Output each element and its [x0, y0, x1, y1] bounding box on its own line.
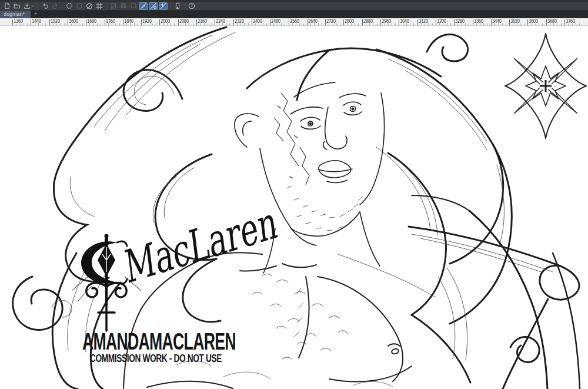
- ruler-minor-tick: [296, 24, 296, 25]
- ruler-label: 2320: [235, 19, 244, 24]
- ruler-label: 2400: [253, 19, 262, 24]
- snap-ruler-icon[interactable]: [139, 2, 148, 10]
- ruler-minor-tick: [465, 24, 466, 25]
- ruler-label: 1680: [87, 19, 96, 24]
- ruler-minor-tick: [56, 24, 57, 25]
- ruler-minor-tick: [263, 24, 263, 25]
- ruler-minor-tick: [469, 24, 469, 25]
- toolbar-separator: [106, 3, 106, 9]
- ruler-minor-tick: [240, 24, 241, 25]
- snap-special-ruler-icon[interactable]: [149, 2, 158, 10]
- ruler-minor-tick: [193, 24, 193, 25]
- gradient-box-icon: [119, 2, 128, 10]
- ruler-minor-tick: [576, 24, 576, 25]
- ruler-minor-tick: [517, 24, 517, 25]
- ruler-minor-tick: [310, 24, 311, 25]
- toolbar-separator: [170, 3, 171, 9]
- ruler-minor-tick: [71, 24, 72, 25]
- ruler-minor-tick: [278, 24, 278, 25]
- ruler-minor-tick: [237, 24, 238, 25]
- document-tab-bar: dogman* +: [0, 11, 588, 18]
- crop-frame-icon[interactable]: [95, 2, 103, 10]
- ruler-tick: [123, 19, 123, 26]
- stubble: [287, 186, 362, 231]
- ruler-minor-tick: [219, 24, 219, 25]
- ruler-minor-tick: [89, 24, 90, 25]
- ruler-minor-tick: [167, 24, 168, 25]
- ruler-label: 1520: [51, 19, 60, 24]
- ruler-minor-tick: [266, 24, 267, 25]
- ruler-label: 2560: [290, 19, 299, 24]
- drawing-canvas[interactable]: MacLaren AMANDAMACLAREN COMMISSION WORK …: [0, 26, 588, 389]
- new-tab-button[interactable]: +: [31, 11, 41, 18]
- ruler-minor-tick: [189, 24, 189, 25]
- ruler-minor-tick: [413, 24, 414, 25]
- ruler-minor-tick: [520, 24, 521, 25]
- ruler-minor-tick: [358, 24, 359, 25]
- ruler-minor-tick: [259, 24, 259, 25]
- ruler-label: 2720: [326, 19, 336, 24]
- ruler-tick: [417, 19, 418, 26]
- ruler-tick: [12, 19, 13, 26]
- ruler-minor-tick: [425, 24, 425, 25]
- ruler-minor-tick: [101, 24, 101, 25]
- ruler-label: 2800: [345, 19, 354, 24]
- open-folder-icon[interactable]: [12, 2, 21, 10]
- document-tab[interactable]: dogman*: [0, 11, 31, 18]
- dropdown-caret-icon[interactable]: [31, 2, 35, 10]
- ruler-minor-tick: [248, 24, 249, 25]
- deselect-circle-icon[interactable]: [65, 2, 74, 10]
- ruler-label: 1840: [124, 19, 133, 24]
- new-canvas-icon[interactable]: [2, 2, 11, 10]
- ruler-label: 2960: [382, 19, 391, 24]
- snap-grid-icon[interactable]: [159, 2, 168, 10]
- ruler-tick: [68, 19, 68, 26]
- ruler-label: 2160: [198, 19, 207, 24]
- ruler-minor-tick: [255, 24, 256, 25]
- ruler-label: 2000: [161, 19, 170, 24]
- ruler-minor-tick: [450, 24, 451, 25]
- ruler-minor-tick: [428, 24, 429, 25]
- ruler-label: 1440: [32, 19, 41, 24]
- ruler-minor-tick: [553, 24, 554, 25]
- help-icon[interactable]: ?: [187, 2, 196, 10]
- ruler-minor-tick: [421, 24, 422, 25]
- ruler-tick: [289, 19, 289, 26]
- ruler-minor-tick: [208, 24, 208, 25]
- ruler-minor-tick: [373, 24, 373, 25]
- ruler-minor-tick: [487, 24, 488, 25]
- ruler-minor-tick: [329, 24, 329, 25]
- toolbar-separator: [38, 3, 38, 9]
- ruler-tick: [509, 19, 510, 26]
- ruler-minor-tick: [204, 24, 205, 25]
- ruler-tick: [564, 19, 565, 26]
- ruler-minor-tick: [93, 24, 94, 25]
- undo-icon[interactable]: [41, 2, 49, 10]
- ruler-minor-tick: [480, 24, 480, 25]
- ruler-label: 2080: [179, 19, 189, 24]
- ruler[interactable]: 1360144015201600168017601840192020002080…: [0, 18, 588, 26]
- tablet-companion-icon[interactable]: [173, 2, 182, 10]
- ruler-minor-tick: [53, 24, 54, 25]
- ruler-minor-tick: [336, 24, 337, 25]
- ruler-minor-tick: [443, 24, 443, 25]
- star-emblem: [505, 34, 586, 138]
- ruler-minor-tick: [138, 24, 138, 25]
- ruler-minor-tick: [200, 24, 201, 25]
- ruler-minor-tick: [340, 24, 340, 25]
- ruler-minor-tick: [557, 24, 557, 25]
- ruler-minor-tick: [149, 24, 149, 25]
- ruler-minor-tick: [281, 24, 282, 25]
- blend-layer-icon: [109, 2, 118, 10]
- fill-polygon-icon[interactable]: [85, 2, 93, 10]
- save-export-icon[interactable]: [22, 2, 31, 10]
- square-box-icon: [129, 2, 138, 10]
- ruler-minor-tick: [506, 24, 506, 25]
- ruler-tick: [473, 19, 473, 26]
- ruler-minor-tick: [388, 24, 389, 25]
- ruler-minor-tick: [299, 24, 300, 25]
- ruler-minor-tick: [45, 24, 46, 25]
- ruler-minor-tick: [229, 24, 230, 25]
- ruler-label: 2480: [271, 19, 280, 24]
- ruler-minor-tick: [119, 24, 120, 25]
